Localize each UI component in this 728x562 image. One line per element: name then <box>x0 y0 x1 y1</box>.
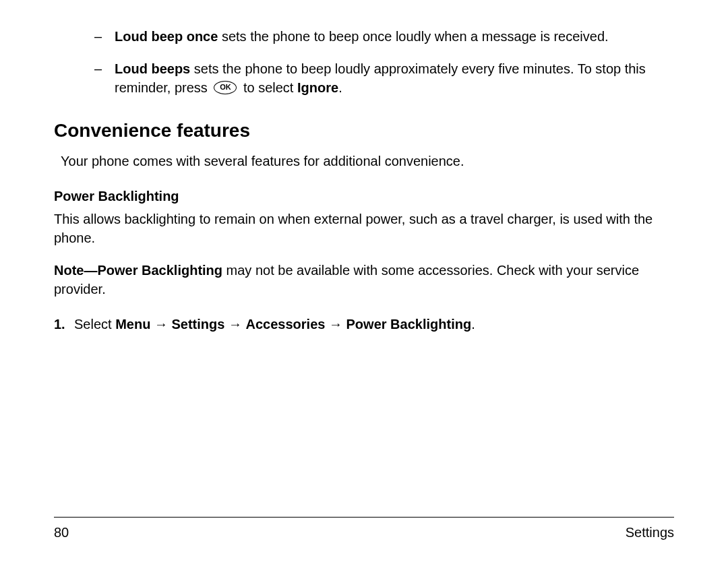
bullet-content: Loud beeps sets the phone to beep loudly… <box>115 59 674 97</box>
settings-label: Settings <box>172 317 225 332</box>
section-name: Settings <box>626 523 674 542</box>
accessories-label: Accessories <box>246 317 326 332</box>
bullet-text-2: to select <box>239 80 297 95</box>
arrow-icon: → <box>224 317 245 332</box>
bullet-content: Loud beep once sets the phone to beep on… <box>115 27 674 46</box>
bullet-item-loud-beeps: – Loud beeps sets the phone to beep loud… <box>94 59 674 97</box>
bullet-item-loud-beep-once: – Loud beep once sets the phone to beep … <box>94 27 674 46</box>
bullet-dash: – <box>94 27 115 46</box>
page-footer: 80 Settings <box>54 517 674 542</box>
numbered-step-1: 1. Select Menu → Settings → Accessories … <box>54 315 674 334</box>
step-content: Select Menu → Settings → Accessories → P… <box>74 315 674 334</box>
subsection-heading: Power Backlighting <box>54 187 674 206</box>
arrow-icon: → <box>325 317 346 332</box>
note-paragraph: Note—Power Backlighting may not be avail… <box>54 261 674 299</box>
step-number: 1. <box>54 315 74 334</box>
bullet-bold-text: Loud beep once <box>115 29 218 44</box>
page-number: 80 <box>54 523 69 542</box>
bullet-bold-text: Loud beeps <box>115 61 190 76</box>
step-prefix: Select <box>74 317 115 332</box>
note-bold: Note—Power Backlighting <box>54 263 222 278</box>
bullet-list: – Loud beep once sets the phone to beep … <box>94 27 674 97</box>
intro-paragraph: Your phone comes with several features f… <box>61 152 674 170</box>
ignore-label: Ignore <box>297 80 338 95</box>
power-backlighting-label: Power Backlighting <box>346 317 472 332</box>
step-dot: . <box>471 317 475 332</box>
arrow-icon: → <box>150 317 171 332</box>
ok-button-icon: OK <box>214 81 237 94</box>
bullet-text: sets the phone to beep once loudly when … <box>218 29 608 44</box>
bullet-dash: – <box>94 59 115 97</box>
bullet-text-3: . <box>338 80 342 95</box>
bullet-text-1: sets the phone to beep loudly approximat… <box>115 61 646 95</box>
body-paragraph-1: This allows backlighting to remain on wh… <box>54 210 674 247</box>
section-heading: Convenience features <box>54 117 674 144</box>
menu-label: Menu <box>115 317 150 332</box>
